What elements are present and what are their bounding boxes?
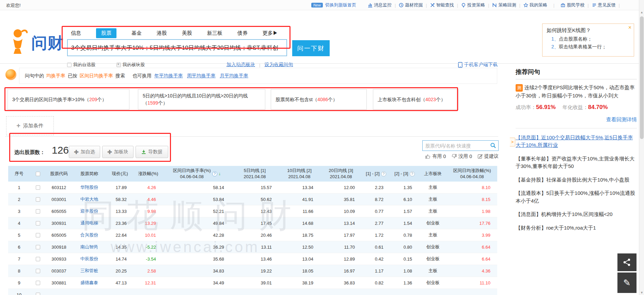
close-icon[interactable]: ×: [628, 25, 631, 31]
row-checkbox[interactable]: [36, 233, 40, 237]
search-icon[interactable]: [490, 142, 496, 150]
col-header-range-change[interactable]: 区间日均涨跌幅(%)04.06-04.08: [447, 166, 497, 182]
row-checkbox[interactable]: [36, 257, 40, 261]
table-row[interactable]: 9 300881 盛德鑫泰 47.13 12.31 34.49 39.01 38…: [8, 277, 497, 289]
add-to-watchlist-button[interactable]: ✚加自选: [69, 146, 100, 158]
stock-name-link[interactable]: 中辰股份: [80, 256, 98, 262]
table-row[interactable]: 7 300933 中辰股份 14.74 -3.54 35.68 13.46 13…: [8, 253, 497, 265]
query-input[interactable]: [67, 39, 287, 56]
ask-button[interactable]: 问一下财: [292, 40, 330, 56]
col-header-price[interactable]: 现价(元): [106, 166, 133, 182]
topbar-item-smart-search[interactable]: 智能查找: [430, 2, 454, 8]
scroll-up-arrow[interactable]: ▲: [639, 11, 644, 14]
stock-name-link[interactable]: 三和管桩: [80, 268, 98, 274]
useful-button[interactable]: 有用0: [425, 153, 446, 159]
tab-us[interactable]: 美股: [182, 30, 192, 36]
condition-chip[interactable]: 上市板块不包含科创（4023个）: [373, 89, 459, 110]
recommend-item[interactable]: 【董事长年龄】资产收益率大于10%,主营业务增长大于30%,董事长年龄大于50: [516, 155, 637, 170]
featured-question[interactable]: 测连续2个季度EPS同比增长大于50%，动态市盈率小于30倍，昨日振幅小于10%…: [516, 83, 637, 123]
app-download-link[interactable]: 手机客户端下载: [458, 62, 498, 68]
col-header-board[interactable]: 上市板块: [419, 166, 447, 182]
topbar-item-theme-mining[interactable]: 题材挖掘: [399, 2, 423, 8]
row-checkbox[interactable]: [36, 209, 40, 214]
recommend-item[interactable]: 【基金持股】社保基金持股比例大于10%,中小盘股: [516, 176, 637, 184]
stock-name-link[interactable]: 通用电梯: [80, 220, 98, 226]
save-question-link[interactable]: 设为收藏问句: [264, 62, 293, 68]
select-all-checkbox[interactable]: [36, 172, 40, 176]
col-header-name[interactable]: 股票简称: [72, 166, 106, 182]
alt-metric-link-month[interactable]: 月平均换手率: [220, 73, 248, 79]
tab-bond[interactable]: 债券: [237, 30, 248, 36]
add-to-board-button[interactable]: ✚加板块: [102, 146, 133, 158]
col-header-diff-1-2[interactable]: [1] - [2]?: [362, 166, 390, 182]
stock-name-link[interactable]: 华翔股份: [80, 184, 98, 190]
condition-chip[interactable]: 5日的均线>10日的均线且10日的均线>20日的均线（1599个）: [138, 89, 265, 110]
row-checkbox[interactable]: [36, 221, 40, 226]
alt-metric-link-week[interactable]: 周平均换手率: [187, 73, 216, 79]
col-header-ma10[interactable]: 10日均线 [2]2021.04.08: [279, 166, 320, 182]
suggest-button[interactable]: 提建议: [477, 153, 499, 159]
topbar-item-strategy-backtest[interactable]: 策略回测: [492, 2, 516, 8]
edit-button[interactable]: ✎: [617, 273, 637, 293]
recommend-item[interactable]: 【财务分析】roe大于10%,roa大于1: [516, 224, 637, 232]
table-row[interactable]: 6 300918 南山智尚 14.35 -5.22 36.29 13.11 12…: [8, 241, 497, 253]
alt-metric-link-year[interactable]: 年平均换手率: [154, 73, 183, 79]
table-row[interactable]: 3 605055 迎丰股份 13.33 9.98 52.21 12.43 11.…: [8, 205, 497, 217]
row-checkbox[interactable]: [36, 245, 40, 249]
stock-name-link[interactable]: 盛德鑫泰: [80, 280, 98, 286]
sidebar-expander-handle[interactable]: >: [510, 138, 515, 146]
stock-name-link[interactable]: 中岩大地: [80, 196, 98, 202]
sort-desc-icon[interactable]: ↓: [219, 171, 221, 177]
share-button[interactable]: [617, 253, 637, 271]
table-row[interactable]: 5 605005 合兴股份 22.64 10.01 42.28 20.46 18…: [8, 229, 497, 241]
tab-fund[interactable]: 基金: [131, 30, 142, 36]
stock-name-link[interactable]: 南山智尚: [80, 244, 98, 250]
tab-hk[interactable]: 港股: [157, 30, 167, 36]
topbar-item-invest-strategy[interactable]: 投资策略: [461, 2, 485, 8]
stock-name-link[interactable]: 迎丰股份: [80, 208, 98, 214]
backtest-detail-link[interactable]: 查看回测详情: [516, 115, 637, 123]
table-row[interactable]: 1 603112 华翔股份 17.89 4.26 58.14 15.57 13.…: [8, 182, 497, 193]
quick-search-input[interactable]: [423, 141, 488, 151]
col-header-index[interactable]: 序号: [8, 166, 30, 182]
add-dynamic-board-link[interactable]: 加入动态板块: [226, 62, 255, 68]
help-icon[interactable]: ?: [410, 171, 415, 176]
table-row[interactable]: 4 300931 通用电梯 23.36 13.29 49.84 17.45 14…: [8, 217, 497, 229]
col-header-change[interactable]: 涨跌幅(%): [133, 166, 163, 182]
table-row[interactable]: 8 003037 三和管桩 20.25 2.58 34.83 19.22 18.…: [8, 265, 497, 277]
topbar-item-feedback[interactable]: 意见反馈: [592, 2, 616, 8]
add-condition-button[interactable]: + 添加条件: [6, 116, 54, 135]
switch-new-version-link[interactable]: 切换到新版首页: [325, 2, 356, 8]
export-data-button[interactable]: 导数据: [136, 146, 168, 158]
condition-chip[interactable]: 股票简称不包含st（4086个）: [271, 89, 367, 110]
stock-name-link[interactable]: 合兴股份: [80, 232, 98, 238]
recommend-item[interactable]: 【消息面】机构增持大于10%,区间涨幅<20: [516, 211, 637, 218]
col-header-turnover[interactable]: 区间日均换手率(%)04.06-04.08 ? ↓: [163, 166, 231, 182]
col-header-ma20[interactable]: 20日均线 [3]2021.04.08: [320, 166, 362, 182]
scroll-down-arrow[interactable]: ▼: [639, 291, 644, 294]
table-row[interactable]: 10: [8, 289, 497, 295]
row-checkbox[interactable]: [36, 197, 40, 202]
tab-stock[interactable]: 股票: [96, 28, 116, 38]
row-checkbox[interactable]: [36, 281, 40, 285]
page-scrollbar[interactable]: ▲ ▼: [639, 0, 644, 295]
topbar-item-stock-school[interactable]: 股民学校: [561, 2, 584, 8]
topbar-item-message-monitor[interactable]: 消息监控: [368, 2, 392, 8]
tab-more[interactable]: 更多▶: [263, 30, 278, 36]
recommend-item[interactable]: 【消息面】近100个交易日跌幅大于5%,近5日换手率大于10%,所属行业: [516, 134, 637, 149]
logo[interactable]: 问财: [9, 28, 64, 58]
help-icon[interactable]: ?: [212, 171, 217, 176]
table-row[interactable]: 2 003001 中岩大地 58.32 4.46 53.84 50.62 41.…: [8, 193, 497, 205]
col-header-diff-2-3[interactable]: [2] - [3]?: [390, 166, 419, 182]
useless-button[interactable]: 没用0: [451, 153, 472, 159]
col-header-ma5[interactable]: 5日均线 [1]2021.04.08: [231, 166, 279, 182]
row-checkbox[interactable]: [36, 185, 40, 190]
recommend-item[interactable]: 【流通股本】5日换手大于100%,涨幅小于10%流通股本小于4亿: [516, 189, 637, 205]
tab-info[interactable]: 信息: [71, 30, 81, 36]
row-checkbox[interactable]: [36, 269, 40, 273]
scrollbar-thumb[interactable]: [640, 16, 644, 139]
condition-chip[interactable]: 3个交易日的区间日均换手率>10%（209个）: [7, 89, 129, 110]
tab-neeq[interactable]: 新三板: [207, 30, 222, 36]
topbar-item-my-strategy[interactable]: 我的策略: [523, 2, 547, 8]
row-checkbox[interactable]: [36, 293, 40, 295]
